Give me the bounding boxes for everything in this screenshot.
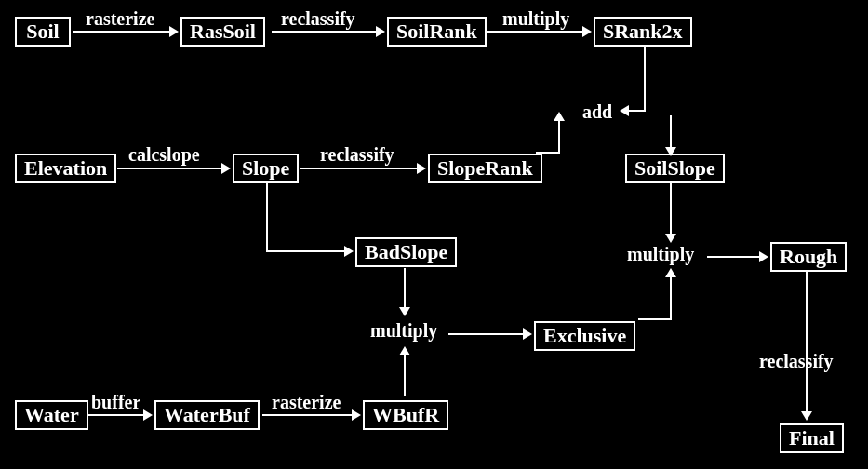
arrow-elev-slope xyxy=(117,168,221,169)
arrow-slope-badslope xyxy=(266,250,344,252)
node-rough: Rough xyxy=(770,242,847,272)
node-water: Water xyxy=(15,400,88,430)
node-rassoil: RasSoil xyxy=(180,17,265,47)
arrowhead-right-icon xyxy=(221,163,231,174)
arrowhead-right-icon xyxy=(344,246,354,257)
arrow-srank2x-left xyxy=(629,110,646,112)
node-srank2x: SRank2x xyxy=(594,17,692,47)
node-sloperank: SlopeRank xyxy=(428,154,542,183)
arrow-rough-final xyxy=(806,272,808,411)
edge-label-multiply1: multiply xyxy=(502,9,569,28)
gis-flow-diagram: { "nodes": { "soil": { "label": "Soil" }… xyxy=(0,0,868,469)
node-soil: Soil xyxy=(15,17,71,47)
arrow-soilrank-srank2x xyxy=(487,31,582,33)
arrowhead-right-icon xyxy=(143,409,153,421)
edge-label-multiply-mid: multiply xyxy=(370,321,437,340)
edge-label-reclassify2: reclassify xyxy=(320,145,394,164)
arrowhead-down-icon xyxy=(665,234,676,243)
arrow-soil-rassoil xyxy=(73,31,169,33)
edge-label-reclassify1: reclassify xyxy=(281,9,355,28)
arrow-slope-sloperank xyxy=(300,168,417,169)
edge-label-calcslope: calcslope xyxy=(128,145,200,164)
arrow-add-soilslope xyxy=(670,115,672,151)
edge-label-add: add xyxy=(582,102,612,121)
arrowhead-right-icon xyxy=(582,26,592,37)
edge-label-multiply2: multiply xyxy=(627,245,694,263)
node-soilslope: SoilSlope xyxy=(625,154,725,183)
arrowhead-up-icon xyxy=(399,346,410,355)
node-elevation: Elevation xyxy=(15,154,116,183)
arrow-waterbuf-wbufr xyxy=(262,414,352,416)
node-exclusive: Exclusive xyxy=(534,321,635,351)
arrowhead-down-icon xyxy=(399,307,410,316)
edge-label-reclassify3: reclassify xyxy=(759,352,834,370)
node-badslope: BadSlope xyxy=(355,237,457,267)
arrowhead-down-icon xyxy=(665,147,676,156)
node-soilrank: SoilRank xyxy=(387,17,487,47)
edge-label-buffer: buffer xyxy=(91,393,140,411)
arrowhead-right-icon xyxy=(759,251,768,262)
arrowhead-up-icon xyxy=(665,268,676,277)
arrow-slope-down xyxy=(266,183,268,250)
node-waterbuf: WaterBuf xyxy=(154,400,260,430)
arrow-srank2x-down xyxy=(644,47,646,112)
arrowhead-right-icon xyxy=(169,26,179,37)
arrowhead-right-icon xyxy=(376,26,385,37)
arrow-multiply2-rough xyxy=(707,256,759,258)
arrow-exclusive-up xyxy=(670,275,672,318)
arrowhead-down-icon xyxy=(801,411,812,421)
edge-label-rasterize1: rasterize xyxy=(86,9,154,28)
arrow-rassoil-soilrank xyxy=(272,31,376,33)
arrow-water-waterbuf xyxy=(87,414,143,416)
node-slope: Slope xyxy=(233,154,299,183)
arrowhead-right-icon xyxy=(523,328,532,340)
arrowhead-left-icon xyxy=(620,105,629,116)
arrowhead-right-icon xyxy=(417,163,426,174)
arrow-sloperank-up xyxy=(558,119,560,153)
node-final: Final xyxy=(780,423,844,453)
arrow-multiply-exclusive xyxy=(448,333,523,335)
arrowhead-right-icon xyxy=(352,409,361,421)
node-wbufr: WBufR xyxy=(363,400,448,430)
arrow-soilslope-down xyxy=(670,183,672,235)
arrowhead-up-icon xyxy=(554,112,565,121)
arrow-exclusive-right xyxy=(638,318,672,320)
arrow-badslope-down xyxy=(404,268,406,309)
edge-label-rasterize2: rasterize xyxy=(272,393,341,411)
arrow-wbufr-up xyxy=(404,354,406,396)
arrow-sloperank-right xyxy=(536,152,560,154)
